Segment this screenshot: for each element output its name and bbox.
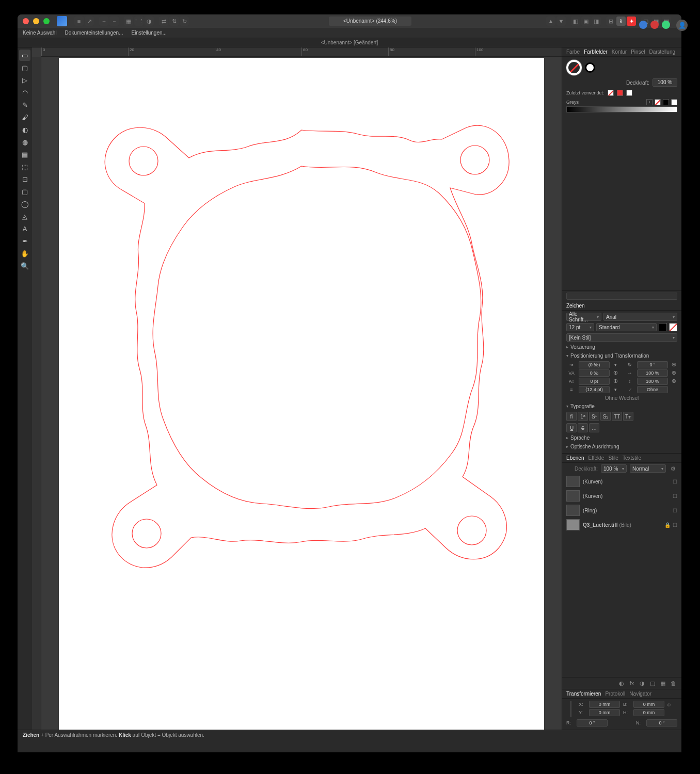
layer-row[interactable]: (Kurven) ☐ [562,474,681,489]
leading-field[interactable]: (12,4 pt) [579,386,610,393]
hscale-field[interactable]: 100 % [637,369,668,377]
maximize-icon[interactable] [43,18,50,24]
crop-tool-icon[interactable]: ⊡ [19,173,30,185]
search-input[interactable] [566,293,677,300]
close-icon[interactable] [23,18,29,24]
smallcaps-button[interactable]: Tᴛ [623,412,633,421]
document-title[interactable]: <Unbenannt> (244,6%) [329,17,411,26]
place-tool-icon[interactable]: ⬚ [19,161,30,172]
align-left-icon[interactable]: ◧ [571,17,580,26]
shape-tool-icon[interactable]: ▢ [19,186,30,197]
tab-kontur[interactable]: Kontur [612,49,627,55]
polygon-tool-icon[interactable]: ◬ [19,211,30,222]
underline-button[interactable]: U̲ [566,423,577,432]
font-size-field[interactable]: 12 pt [566,323,594,331]
layer-row[interactable]: Q3_Luefter.tiff (Bild) 🔒☐ [562,518,681,532]
blend-mode-select[interactable]: Normal [630,464,666,473]
fx-icon[interactable]: fx [628,679,636,687]
font-style-select[interactable]: Standard [596,323,657,331]
tab-textstile[interactable]: Textstile [623,455,641,461]
text-color-well[interactable] [659,323,667,331]
corner-tool-icon[interactable]: ◠ [19,87,30,98]
snap-settings-icon[interactable]: ✦ [627,17,636,26]
tab-ebenen[interactable]: Ebenen [566,455,584,461]
tab-pinsel[interactable]: Pinsel [631,49,645,55]
remove-icon[interactable]: － [109,17,119,26]
stroke-color-well[interactable] [585,62,595,73]
w-field[interactable]: 0 mm [633,701,664,708]
recent-swatch-red[interactable] [617,90,623,96]
swatch-black-global[interactable] [663,99,669,105]
snap-icon[interactable]: ⊞ [606,17,615,26]
align-right-icon[interactable]: ◨ [592,17,601,26]
add-pixel-icon[interactable]: ▦ [659,679,667,687]
node-tool-icon[interactable]: ▷ [19,74,30,86]
subscript-button[interactable]: S₁ [600,412,611,421]
add-layer-icon[interactable]: ▢ [648,679,657,687]
tab-zeichen[interactable]: Zeichen [566,303,585,309]
tracking-field[interactable]: (0 ‰) [579,361,610,368]
section-language[interactable]: Sprache [562,433,681,442]
s-field[interactable]: 0 ° [646,719,677,727]
rotate-field[interactable]: 0 ° [637,361,668,368]
text-bg-well[interactable] [669,323,677,331]
context-preferences[interactable]: Einstellungen... [131,30,166,36]
distribute-icon[interactable]: ⋮⋮ [134,17,144,26]
lock-icon[interactable]: 🔒 [664,522,671,528]
y-field[interactable]: 0 mm [589,709,620,716]
transparency-tool-icon[interactable]: ▤ [19,149,30,160]
tab-navigator[interactable]: Navigator [629,691,651,697]
tab-darstellung[interactable]: Darstellung [649,49,675,55]
tab-farbe[interactable]: Farbe [566,49,580,55]
text-tool-icon[interactable]: A [19,223,30,234]
context-doc-settings[interactable]: Dokumenteinstellungen... [65,30,123,36]
flip-h-icon[interactable]: ⇄ [159,17,168,26]
font-filter[interactable]: Alle Schrift... [566,313,601,321]
superscript-button[interactable]: S¹ [589,412,599,421]
section-positioning[interactable]: Positionierung und Transformation [562,351,681,360]
file-menu-icon[interactable]: ≡ [74,17,84,26]
order-back-icon[interactable]: ▼ [556,17,566,26]
move-tool-icon[interactable]: ▭ [19,50,30,61]
allcaps-button[interactable]: TT [612,412,622,421]
tab-farbfelder[interactable]: Farbfelder [584,49,608,55]
visibility-icon[interactable]: ☐ [673,522,677,528]
strike-button[interactable]: S̶ [578,423,588,432]
text-style-select[interactable]: [Kein Stil] [566,333,677,342]
more-typo-button[interactable]: … [589,423,599,432]
layer-opacity-field[interactable]: 100 % [601,464,627,473]
mask-icon[interactable]: ◐ [617,679,626,687]
layer-row[interactable]: (Kurven) ☐ [562,489,681,503]
opacity-field[interactable]: 100 % [653,78,677,87]
layer-settings-icon[interactable]: ⚙ [669,464,677,473]
pen-tool-icon[interactable]: ✒ [19,235,30,247]
fill-color-well[interactable] [566,60,582,75]
swatch-white-global[interactable] [671,99,677,105]
delete-layer-icon[interactable]: 🗑 [669,679,677,687]
adjust-icon[interactable]: ◑ [638,679,646,687]
add-icon[interactable]: ＋ [99,17,108,26]
share-icon[interactable]: ↗ [85,17,94,26]
ellipse-tool-icon[interactable]: ◯ [19,198,30,209]
tab-effekte[interactable]: Effekte [588,455,604,461]
visibility-icon[interactable]: ☐ [673,479,677,485]
align-center-icon[interactable]: ▣ [581,17,591,26]
r-field[interactable]: 0 ° [577,719,608,727]
cloud-icon[interactable] [639,21,647,29]
gradient-tool-icon[interactable]: ◍ [19,136,30,148]
flip-v-icon[interactable]: ⇅ [169,17,179,26]
artboard-tool-icon[interactable]: ▢ [19,62,30,73]
recent-swatch-none[interactable] [608,90,614,96]
document-tab[interactable]: <Unbenannt> [Geändert] [22,40,677,45]
visibility-icon[interactable]: ☐ [673,493,677,499]
ligature-button[interactable]: fi [566,412,577,421]
greys-strip[interactable] [566,106,677,112]
cloud-warning-icon[interactable] [650,21,659,29]
tab-stile[interactable]: Stile [608,455,618,461]
section-optical[interactable]: Optische Ausrichtung [562,442,681,451]
layer-row[interactable]: (Ring) ☐ [562,503,681,518]
baseline-field[interactable]: 0 pt [579,378,610,385]
greys-menu-icon[interactable]: ⋮ [646,99,653,105]
link-icon[interactable]: ⦶ [667,702,675,707]
rotate-icon[interactable]: ↻ [180,17,189,26]
